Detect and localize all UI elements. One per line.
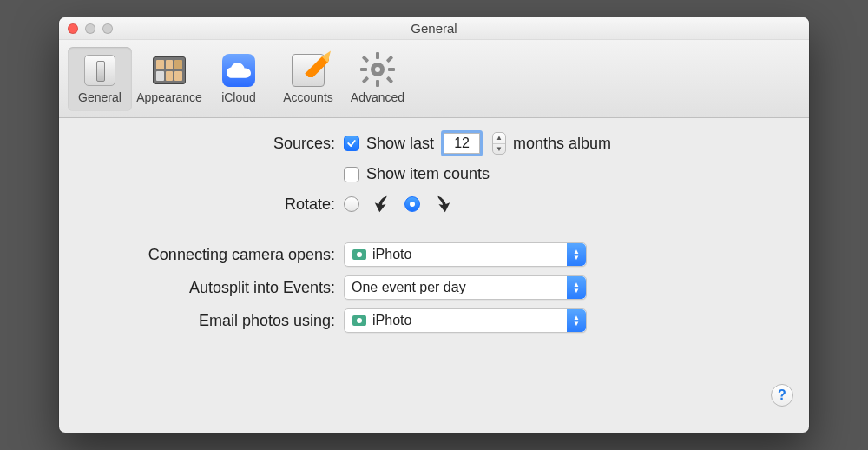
help-icon: ?	[778, 387, 786, 403]
appearance-icon	[152, 53, 187, 88]
rotate-ccw-radio[interactable]	[344, 196, 359, 212]
rotate-ccw-icon	[372, 192, 392, 216]
titlebar: General	[59, 17, 809, 40]
tab-label: General	[78, 90, 122, 104]
svg-rect-6	[386, 55, 393, 62]
svg-rect-5	[362, 55, 369, 62]
tab-label: Advanced	[351, 90, 404, 104]
iphoto-app-icon	[352, 247, 367, 262]
svg-rect-3	[360, 68, 367, 71]
camera-popup[interactable]: iPhoto ▲▼	[344, 242, 587, 267]
window-title: General	[59, 21, 809, 36]
svg-rect-7	[362, 76, 369, 83]
tab-accounts[interactable]: Accounts	[276, 47, 340, 111]
icloud-icon	[221, 53, 256, 88]
tab-icloud[interactable]: iCloud	[207, 47, 271, 111]
tab-label: Appearance	[136, 90, 202, 104]
email-popup[interactable]: iPhoto ▲▼	[344, 308, 587, 333]
show-item-counts-label: Show item counts	[366, 165, 490, 183]
tab-label: iCloud	[221, 90, 256, 104]
months-input[interactable]: 12	[444, 133, 480, 154]
email-popup-value: iPhoto	[372, 313, 411, 328]
camera-popup-value: iPhoto	[372, 247, 411, 262]
popup-arrows-icon: ▲▼	[567, 309, 586, 332]
popup-arrows-icon: ▲▼	[567, 276, 586, 299]
tab-advanced[interactable]: Advanced	[345, 47, 410, 111]
months-stepper[interactable]: ▲ ▼	[492, 132, 506, 155]
show-last-suffix: months album	[513, 135, 611, 153]
svg-rect-1	[376, 52, 379, 59]
svg-rect-8	[386, 76, 393, 83]
popup-arrows-icon: ▲▼	[567, 243, 586, 266]
rotate-cw-icon	[432, 192, 453, 216]
email-label: Email photos using:	[83, 312, 344, 330]
window-close-button[interactable]	[68, 23, 78, 34]
general-icon	[82, 53, 117, 88]
camera-label: Connecting camera opens:	[83, 246, 344, 264]
stepper-down-icon: ▼	[493, 144, 505, 155]
window-minimize-button[interactable]	[85, 23, 95, 34]
iphoto-app-icon	[352, 313, 367, 328]
rotate-label: Rotate:	[83, 195, 344, 214]
autosplit-popup-value: One event per day	[352, 280, 466, 295]
show-last-prefix: Show last	[366, 135, 434, 153]
tab-general[interactable]: General	[68, 47, 132, 111]
autosplit-label: Autosplit into Events:	[83, 279, 344, 297]
show-item-counts-checkbox[interactable]	[344, 167, 359, 182]
svg-rect-4	[388, 68, 395, 71]
tab-label: Accounts	[283, 90, 333, 104]
sources-label: Sources:	[83, 135, 344, 153]
show-last-checkbox[interactable]	[344, 136, 359, 151]
svg-point-9	[375, 67, 380, 72]
preferences-window: General General Appearance iCloud	[59, 17, 809, 433]
stepper-up-icon: ▲	[493, 133, 505, 144]
help-button[interactable]: ?	[771, 384, 793, 407]
svg-point-11	[357, 252, 362, 257]
autosplit-popup[interactable]: One event per day ▲▼	[344, 275, 587, 300]
general-pane: Sources: Show last 12 ▲ ▼ months album	[59, 118, 809, 433]
tab-appearance[interactable]: Appearance	[137, 47, 201, 111]
preferences-toolbar: General Appearance iCloud	[59, 40, 809, 118]
svg-point-13	[357, 318, 362, 323]
advanced-icon	[360, 53, 395, 88]
accounts-icon	[291, 53, 326, 88]
svg-rect-2	[376, 80, 379, 87]
window-zoom-button[interactable]	[102, 23, 113, 34]
rotate-cw-radio[interactable]	[404, 196, 420, 212]
